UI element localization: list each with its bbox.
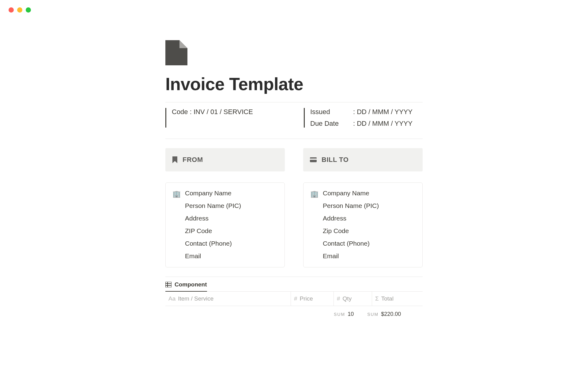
col-price-label: Price — [300, 295, 313, 302]
col-qty-label: Qty — [343, 295, 352, 302]
close-window-button[interactable] — [9, 7, 14, 13]
table-sums: SUM10 SUM$220.00 — [165, 306, 423, 317]
billto-contact[interactable]: Contact (Phone) — [323, 240, 379, 247]
col-item[interactable]: Aa Item / Service — [165, 292, 291, 306]
building-icon: 🏢 — [310, 190, 318, 260]
billto-zip[interactable]: Zip Code — [323, 227, 379, 235]
code-text[interactable]: Code : INV / 01 / SERVICE — [172, 108, 284, 116]
page-icon[interactable] — [165, 40, 423, 65]
billto-company[interactable]: Company Name — [323, 190, 379, 197]
formula-property-icon: Σ — [375, 295, 379, 302]
from-label: FROM — [183, 156, 203, 164]
bookmark-icon — [172, 156, 178, 163]
issued-value[interactable]: : DD / MMM / YYYY — [353, 108, 413, 116]
billto-person[interactable]: Person Name (PIC) — [323, 202, 379, 209]
due-value[interactable]: : DD / MMM / YYYY — [353, 120, 413, 128]
svg-rect-1 — [310, 159, 317, 160]
document-icon — [165, 40, 187, 65]
issued-row[interactable]: Issued : DD / MMM / YYYY — [310, 108, 423, 116]
col-price[interactable]: # Price — [291, 292, 334, 306]
billto-label: BILL TO — [322, 156, 349, 164]
database-view-label: Component — [175, 281, 207, 288]
billto-card[interactable]: 🏢 Company Name Person Name (PIC) Address… — [303, 182, 423, 267]
minimize-window-button[interactable] — [17, 7, 22, 13]
from-card[interactable]: 🏢 Company Name Person Name (PIC) Address… — [165, 182, 285, 267]
sum-total[interactable]: SUM$220.00 — [367, 311, 401, 317]
billto-header[interactable]: BILL TO — [303, 148, 423, 171]
issued-label: Issued — [310, 108, 353, 116]
sum-qty-value: 10 — [348, 311, 354, 317]
col-total[interactable]: Σ Total — [372, 292, 421, 306]
billto-email[interactable]: Email — [323, 252, 379, 260]
window-chrome — [0, 0, 588, 13]
from-person[interactable]: Person Name (PIC) — [185, 202, 241, 209]
building-icon: 🏢 — [172, 190, 181, 260]
database-view-tab[interactable]: Component — [165, 281, 207, 292]
dates-block[interactable]: Issued : DD / MMM / YYYY Due Date : DD /… — [304, 108, 423, 128]
from-company[interactable]: Company Name — [185, 190, 241, 197]
from-address[interactable]: Address — [185, 215, 241, 222]
table-header: Aa Item / Service # Price # Qty Σ Total — [165, 292, 423, 306]
divider — [165, 139, 423, 139]
page-title[interactable]: Invoice Template — [165, 74, 423, 94]
divider — [165, 277, 423, 277]
from-header[interactable]: FROM — [165, 148, 285, 171]
due-label: Due Date — [310, 120, 353, 128]
col-total-label: Total — [381, 295, 394, 302]
billto-address[interactable]: Address — [323, 215, 379, 222]
items-table[interactable]: Aa Item / Service # Price # Qty Σ Total … — [165, 291, 423, 317]
code-block[interactable]: Code : INV / 01 / SERVICE — [165, 108, 284, 128]
page-content[interactable]: Invoice Template Code : INV / 01 / SERVI… — [147, 40, 441, 317]
maximize-window-button[interactable] — [26, 7, 31, 13]
sum-qty[interactable]: SUM10 — [334, 311, 354, 317]
sum-label: SUM — [367, 312, 379, 317]
from-email[interactable]: Email — [185, 252, 241, 260]
text-property-icon: Aa — [168, 295, 175, 302]
number-property-icon: # — [294, 295, 297, 302]
sum-label: SUM — [334, 312, 345, 317]
divider — [165, 102, 423, 102]
due-row[interactable]: Due Date : DD / MMM / YYYY — [310, 120, 423, 128]
credit-card-icon — [310, 157, 317, 162]
from-zip[interactable]: ZIP Code — [185, 227, 241, 235]
sum-total-value: $220.00 — [381, 311, 401, 317]
table-icon — [165, 282, 172, 287]
from-contact[interactable]: Contact (Phone) — [185, 240, 241, 247]
col-item-label: Item / Service — [178, 295, 213, 302]
col-qty[interactable]: # Qty — [334, 292, 372, 306]
svg-rect-2 — [165, 282, 172, 287]
number-property-icon: # — [337, 295, 340, 302]
